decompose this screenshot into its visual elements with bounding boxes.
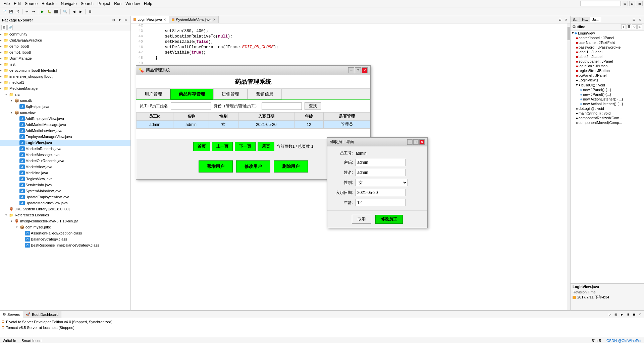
- bottom-panel-close[interactable]: ✕: [637, 312, 643, 317]
- layout-btn1[interactable]: ⊞: [622, 1, 628, 6]
- search-input-id[interactable]: [171, 102, 211, 110]
- tree-item-13[interactable]: ▾📦com.view: [0, 110, 130, 116]
- right-tab-hi[interactable]: Hi...: [580, 17, 590, 22]
- tree-item-33[interactable]: CAssertionFailedException.class: [0, 230, 130, 236]
- tree-item-20[interactable]: JMarketMessage.java: [0, 152, 130, 158]
- tree-item-31[interactable]: ▾🏺mysql-connector-java-5.1.18-bin.jar: [0, 218, 130, 224]
- edit-close-btn[interactable]: ✕: [419, 139, 425, 145]
- app-tab-marketing[interactable]: 营销信息: [248, 89, 282, 99]
- bottom-tab-servers[interactable]: ⚙ Servers: [0, 311, 23, 318]
- outline-collapse-btn[interactable]: ▷: [637, 24, 642, 29]
- outline-item-password[interactable]: ■ password : JPasswordFie: [571, 45, 644, 50]
- outline-close-btn[interactable]: ✕: [637, 17, 643, 22]
- menu-navigate[interactable]: Navigate: [59, 1, 78, 7]
- tab-close-systemmain[interactable]: ✕: [213, 18, 216, 21]
- tree-item-10[interactable]: ▾📁src: [0, 91, 130, 97]
- bottom-panel-icon3[interactable]: ▶: [619, 312, 625, 317]
- outline-item-buildUI[interactable]: ▾ ● buildUI() : void: [571, 82, 644, 87]
- outline-item-label1[interactable]: ■ label1 : JLabel: [571, 50, 644, 54]
- page-prev-btn[interactable]: 上一页: [212, 142, 233, 151]
- right-tab-s[interactable]: S...: [571, 17, 580, 22]
- tree-item-19[interactable]: JMarketInRecords.java: [0, 146, 130, 152]
- add-user-btn[interactable]: 额增用户: [199, 160, 233, 173]
- editor-scrollbar[interactable]: [567, 23, 570, 310]
- right-tab-ju[interactable]: Ju...: [590, 17, 601, 22]
- tree-item-0[interactable]: ▸📁community: [0, 31, 130, 37]
- app-tab-medicine[interactable]: 药品库存管理: [170, 89, 213, 99]
- outline-item-bgPanel[interactable]: ■ bgPanel : JPanel: [571, 73, 644, 78]
- explorer-menu-btn[interactable]: ▼: [117, 17, 122, 23]
- form-input-name[interactable]: [356, 169, 406, 176]
- tree-item-24[interactable]: JRegiesView.java: [0, 176, 130, 182]
- tree-item-35[interactable]: CBestResponseTimeBalanceStrategy.class: [0, 242, 130, 248]
- edit-confirm-btn[interactable]: 修改员工: [375, 215, 403, 224]
- edit-user-btn[interactable]: 修改用户: [236, 160, 270, 173]
- form-input-age[interactable]: [356, 199, 406, 206]
- edit-maximize-btn[interactable]: □: [413, 139, 419, 145]
- page-first-btn[interactable]: 首页: [193, 142, 210, 151]
- outline-item-actionlistener2[interactable]: ◈ new ActionListener() {...}: [571, 101, 644, 106]
- explorer-collapse-btn[interactable]: ⊟: [111, 17, 116, 23]
- tree-item-14[interactable]: JAddEmployeeView.java: [0, 116, 130, 122]
- app-close-btn[interactable]: ✕: [362, 67, 368, 73]
- bottom-panel-icon4[interactable]: ⏸: [625, 312, 631, 317]
- menu-edit[interactable]: Edit: [12, 1, 23, 7]
- menu-run[interactable]: Run: [112, 1, 123, 7]
- menu-file[interactable]: File: [1, 1, 12, 7]
- tree-item-30[interactable]: ▾📁Referenced Libraries: [0, 212, 130, 218]
- tree-item-15[interactable]: JAddMarketMessage.java: [0, 122, 130, 128]
- outline-item-main[interactable]: ● main(String[]) : void: [571, 111, 644, 116]
- layout-btn3[interactable]: ⊞: [637, 1, 643, 6]
- tree-item-17[interactable]: JEmployeeManagerView.java: [0, 134, 130, 140]
- toolbar-prev[interactable]: ◀: [71, 9, 77, 15]
- toolbar-save[interactable]: 💾: [8, 9, 14, 15]
- menu-refactor[interactable]: Refactor: [40, 1, 59, 7]
- tree-item-7[interactable]: ▸📁immersive_shopping [boot]: [0, 73, 130, 79]
- toolbar-next[interactable]: ▶: [78, 9, 84, 15]
- outline-item-componentMoved[interactable]: ● componentMoved(Comp...: [571, 120, 644, 125]
- table-row-1[interactable]: admin admin 女 2021-05-20 12 管理员: [137, 121, 370, 129]
- server-item-1[interactable]: ⚙ Pivotal tc Server Developer Edition v4…: [1, 319, 643, 325]
- tab-loginview[interactable]: LoginView.java ✕: [131, 16, 169, 23]
- tree-item-3[interactable]: ▸📁demo1 [boot]: [0, 49, 130, 55]
- form-input-date[interactable]: [356, 189, 406, 196]
- bottom-panel-icon5[interactable]: ⏹: [631, 312, 637, 317]
- tree-item-32[interactable]: ▾📦com.mysql.jdbc: [0, 224, 130, 230]
- tree-item-9[interactable]: ▾📁MedicineManager: [0, 85, 130, 91]
- edit-cancel-btn[interactable]: 取消: [352, 215, 371, 224]
- quick-access-input[interactable]: Quick Access: [580, 1, 621, 6]
- toolbar-perspective[interactable]: ⊞: [87, 9, 93, 15]
- tree-item-26[interactable]: JSystemMainView.java: [0, 188, 130, 194]
- menu-help[interactable]: Help: [142, 1, 154, 7]
- tree-item-5[interactable]: ▸📁first: [0, 61, 130, 67]
- outline-item-userName[interactable]: ■ userName : JTextField: [571, 40, 644, 45]
- outline-max-btn[interactable]: ⊞: [631, 17, 637, 22]
- page-next-btn[interactable]: 下一页: [235, 142, 256, 151]
- menu-project[interactable]: Project: [96, 1, 112, 7]
- outline-item-loginBtn[interactable]: ■ loginBtn : JButton: [571, 64, 644, 68]
- form-select-gender[interactable]: 女 男: [356, 179, 408, 186]
- tree-item-23[interactable]: JMedicine.java: [0, 170, 130, 176]
- menu-source[interactable]: Source: [23, 1, 40, 7]
- tab-systemmain[interactable]: SystemMainView.java ✕: [169, 16, 219, 23]
- outline-filter-btn[interactable]: ☰: [627, 24, 631, 29]
- delete-user-btn[interactable]: 删除用户: [274, 160, 308, 173]
- tree-item-25[interactable]: JServiceInfo.java: [0, 182, 130, 188]
- menu-search[interactable]: Search: [79, 1, 96, 7]
- outline-sort-btn[interactable]: ↕: [621, 24, 626, 29]
- outline-item-componentResized[interactable]: ● componentResized(Com...: [571, 116, 644, 120]
- layout-btn2[interactable]: ⊟: [629, 1, 635, 6]
- tree-item-12[interactable]: JSqlHelper.java: [0, 104, 130, 110]
- edit-minimize-btn[interactable]: ─: [407, 139, 413, 145]
- app-tab-purchase[interactable]: 进销管理: [213, 89, 248, 99]
- toolbar-undo[interactable]: ↩: [24, 9, 30, 15]
- outline-item-newjpanel2[interactable]: ◈ new JPanel() {...}: [571, 92, 644, 97]
- outline-item-actionlistener1[interactable]: ◈ new ActionListener() {...}: [571, 97, 644, 101]
- bottom-panel-icon2[interactable]: ⊞: [613, 312, 619, 317]
- editor-close-btn[interactable]: ✕: [564, 17, 569, 22]
- tree-item-1[interactable]: ▸📁CuitJavaEEPractice: [0, 37, 130, 43]
- outline-item-centerJpanel[interactable]: ■ centerJpanel : JPanel: [571, 36, 644, 40]
- bottom-tab-boot[interactable]: 🚀 Boot Dashboard: [23, 311, 62, 318]
- toolbar-redo[interactable]: ↪: [31, 9, 37, 15]
- search-button[interactable]: 查找: [305, 102, 321, 110]
